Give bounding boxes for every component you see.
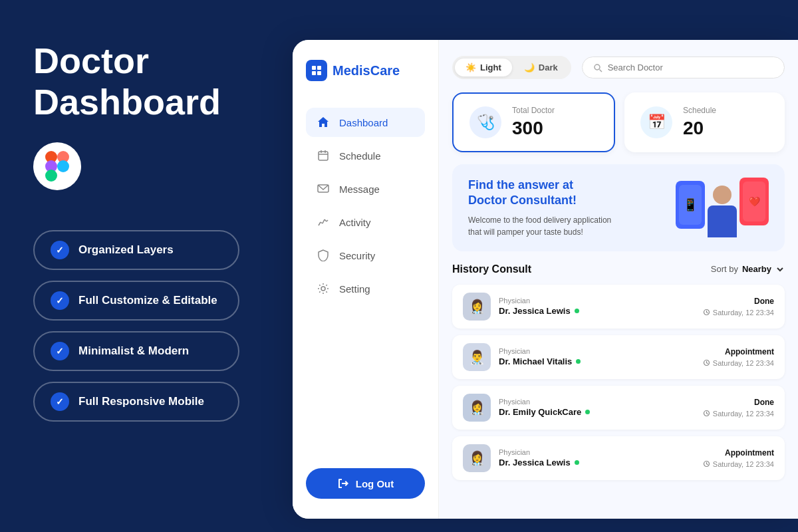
consult-item: 👩‍⚕️ Physician Dr. Emily QuickCare Done … <box>452 386 785 430</box>
svg-line-16 <box>323 219 325 223</box>
banner: Find the answer at Doctor Consultant! We… <box>452 164 785 251</box>
doctor-avatar-1: 👩‍⚕️ <box>463 293 491 321</box>
banner-title: Find the answer at Doctor Consultant! <box>468 178 614 209</box>
svg-line-18 <box>327 220 328 221</box>
svg-rect-9 <box>319 152 328 160</box>
doctor-avatar-4: 👩‍⚕️ <box>463 444 491 472</box>
feature-minimalist: ✓ Minimalist & Modern <box>33 331 239 371</box>
history-section-header: History Consult Sort by Nearby <box>452 263 785 275</box>
svg-rect-3 <box>57 160 69 172</box>
dashboard-icon <box>317 116 330 129</box>
consult-item: 👩‍⚕️ Physician Dr. Jessica Lewis Appoint… <box>452 436 785 480</box>
consult-item: 👨‍⚕️ Physician Dr. Michael Vitalis Appoi… <box>452 335 785 379</box>
online-dot-2 <box>576 359 581 364</box>
consult-item: 👩‍⚕️ Physician Dr. Jessica Lewis Done Sa… <box>452 285 785 329</box>
sidebar: MedisCare Dashboard <box>293 40 439 519</box>
svg-point-20 <box>595 65 600 70</box>
message-icon <box>317 182 330 196</box>
svg-line-21 <box>599 69 602 72</box>
sidebar-item-activity[interactable]: Activity <box>306 207 425 237</box>
nav-items: Dashboard Schedule <box>306 108 425 455</box>
feature-customize: ✓ Full Customize & Editable <box>33 281 239 321</box>
svg-rect-7 <box>312 71 316 75</box>
history-title: History Consult <box>452 263 531 275</box>
light-theme-button[interactable]: ☀️ Light <box>455 59 512 76</box>
feature-organized-layers: ✓ Organized Layers <box>33 230 239 270</box>
activity-icon <box>317 215 330 229</box>
page-title: Doctor Dashboard <box>33 40 259 122</box>
check-icon-4: ✓ <box>51 392 69 411</box>
total-doctor-card: 🩺 Total Doctor 300 <box>452 92 615 152</box>
logo-text: MedisCare <box>332 63 400 78</box>
search-input[interactable] <box>608 63 773 72</box>
top-bar: ☀️ Light 🌙 Dark <box>452 56 785 79</box>
banner-description: Welcome to the food delivery application… <box>468 214 614 238</box>
svg-point-19 <box>321 287 325 291</box>
svg-rect-6 <box>317 66 321 70</box>
schedule-icon <box>317 149 330 162</box>
schedule-stat-icon: 📅 <box>640 106 672 138</box>
main-content: ☀️ Light 🌙 Dark 🩺 Tot <box>439 40 798 519</box>
doctor-stat-icon: 🩺 <box>469 106 501 138</box>
sidebar-item-schedule[interactable]: Schedule <box>306 141 425 170</box>
theme-toggle: ☀️ Light 🌙 Dark <box>452 56 571 79</box>
doctor-avatar-3: 👩‍⚕️ <box>463 394 491 422</box>
left-section: Doctor Dashboard ✓ Organized Layers ✓ Fu… <box>0 0 293 532</box>
sort-value: Nearby <box>742 264 771 274</box>
svg-line-14 <box>319 222 321 225</box>
banner-illustration: 📱 ❤️ <box>676 178 769 237</box>
svg-line-17 <box>325 219 327 221</box>
logo-icon <box>306 60 327 81</box>
figma-logo <box>33 142 81 190</box>
svg-rect-8 <box>317 71 321 75</box>
svg-rect-4 <box>45 170 57 182</box>
dark-theme-button[interactable]: 🌙 Dark <box>513 59 569 76</box>
online-dot-1 <box>575 309 579 313</box>
logout-button[interactable]: Log Out <box>306 468 425 499</box>
sidebar-item-setting[interactable]: Setting <box>306 274 425 303</box>
svg-rect-5 <box>312 66 316 70</box>
sidebar-item-dashboard[interactable]: Dashboard <box>306 108 425 137</box>
logo-area: MedisCare <box>306 60 425 81</box>
security-icon <box>317 249 330 262</box>
setting-icon <box>317 282 330 295</box>
stats-row: 🩺 Total Doctor 300 📅 Schedule 20 <box>452 92 785 152</box>
online-dot-3 <box>585 410 590 414</box>
check-icon-1: ✓ <box>51 241 69 259</box>
dashboard-card: MedisCare Dashboard <box>293 40 798 519</box>
sidebar-item-security[interactable]: Security <box>306 241 425 270</box>
online-dot-4 <box>575 460 579 465</box>
check-icon-3: ✓ <box>51 342 69 360</box>
sort-by[interactable]: Sort by Nearby <box>711 264 785 274</box>
search-bar[interactable] <box>582 57 785 78</box>
check-icon-2: ✓ <box>51 291 69 310</box>
consult-list: 👩‍⚕️ Physician Dr. Jessica Lewis Done Sa… <box>452 285 785 480</box>
feature-responsive: ✓ Full Responsive Mobile <box>33 382 239 422</box>
feature-list: ✓ Organized Layers ✓ Full Customize & Ed… <box>33 230 259 422</box>
doctor-avatar-2: 👨‍⚕️ <box>463 343 491 371</box>
sidebar-item-message[interactable]: Message <box>306 174 425 203</box>
schedule-card: 📅 Schedule 20 <box>624 92 785 152</box>
